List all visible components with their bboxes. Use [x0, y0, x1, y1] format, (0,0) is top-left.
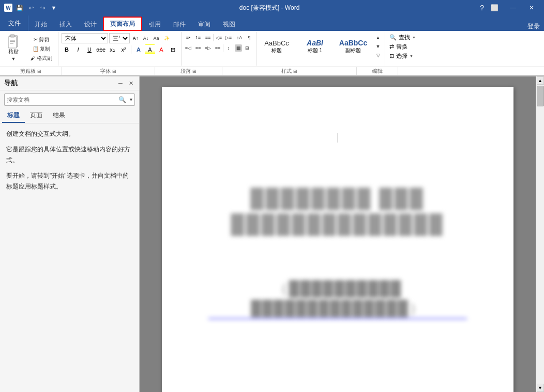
sort-btn[interactable]: ↕A — [235, 33, 244, 42]
highlight-btn[interactable]: A — [145, 44, 155, 55]
v-scroll-thumb — [537, 86, 544, 106]
ribbon-tab-bar: 文件 开始 插入 设计 页面布局 引用 邮件 审阅 视图 登录 — [0, 15, 544, 31]
styles-up-btn[interactable]: ▲ — [373, 33, 383, 42]
font-divider — [131, 45, 131, 54]
select-btn[interactable]: ⊡ 选择 ▼ — [387, 52, 418, 60]
borders-btn[interactable]: ⊞ — [243, 43, 252, 53]
justify-btn[interactable]: ≡≡ — [213, 43, 222, 53]
svg-rect-3 — [10, 40, 15, 41]
nav-tab-results[interactable]: 结果 — [48, 109, 70, 123]
nav-search-icon[interactable]: 🔍 — [116, 94, 128, 105]
multilevel-list-btn[interactable]: ≡≡ — [203, 33, 213, 42]
close-btn[interactable]: ✕ — [523, 3, 540, 13]
paste-dropdown-arrow[interactable]: ▼ — [11, 56, 16, 61]
replace-btn[interactable]: ⇄ 替换 — [387, 42, 418, 51]
nav-tab-headings[interactable]: 标题 — [2, 109, 25, 123]
font-name-selector[interactable]: 宋体 — [62, 33, 108, 43]
login-btn[interactable]: 登录 — [527, 22, 540, 31]
tab-file[interactable]: 文件 — [1, 15, 28, 31]
font-more-btn[interactable]: ⊞ — [168, 44, 178, 55]
save-quick-btn[interactable]: 💾 — [14, 3, 25, 13]
editing-label: 编辑 — [357, 67, 398, 75]
ribbon: 文件 开始 插入 设计 页面布局 引用 邮件 审阅 视图 登录 — [0, 15, 544, 76]
cursor-area — [208, 133, 467, 144]
text-effects-btn[interactable]: A — [133, 44, 144, 55]
v-scroll-track[interactable] — [536, 85, 544, 384]
ribbon-labels: 剪贴板 ⊞ 字体 ⊞ 段落 ⊞ 样式 ⊞ 编辑 — [0, 67, 544, 75]
font-color-btn[interactable]: A — [156, 44, 167, 55]
paste-label: 粘贴 — [8, 48, 19, 55]
tab-home[interactable]: 开始 — [28, 18, 53, 31]
cut-btn[interactable]: ✂ 剪切 — [27, 36, 56, 44]
window-title: doc [兼容模式] - Word — [59, 4, 480, 12]
align-left-btn[interactable]: ≡◁ — [184, 43, 193, 53]
tab-view[interactable]: 视图 — [217, 18, 241, 31]
styles-more-btn[interactable]: ▽ — [373, 51, 383, 60]
shading-btn[interactable]: ▦ — [235, 44, 242, 52]
align-right-btn[interactable]: ≡▷ — [203, 43, 213, 53]
svg-rect-4 — [10, 41, 15, 42]
nav-content: 创建文档的交互式大纲。 它是跟踪您的具体位置或快速移动内容的好方式。 要开始，请… — [0, 123, 139, 202]
minimize-btn[interactable]: — — [505, 3, 521, 13]
clipboard-group: 粘贴 ▼ ✂ 剪切 📋 复制 🖌 格式刷 — [0, 32, 58, 66]
align-center-btn[interactable]: ≡≡ — [193, 43, 203, 53]
window-controls: ? ⬜ — ✕ — [480, 3, 540, 13]
scroll-down-btn[interactable]: ▼ — [537, 384, 544, 392]
tab-review[interactable]: 审阅 — [192, 18, 217, 31]
italic-btn[interactable]: I — [73, 44, 83, 55]
redo-btn[interactable]: ↪ — [37, 3, 48, 13]
decrease-indent-btn[interactable]: ◁≡ — [214, 33, 223, 42]
style-normal[interactable]: AaBbCc 标题 — [259, 33, 295, 60]
increase-indent-btn[interactable]: ▷≡ — [224, 33, 233, 42]
bullets-btn[interactable]: ≡• — [184, 33, 193, 42]
change-case-btn[interactable]: Aa — [152, 34, 161, 43]
format-painter-btn[interactable]: 🖌 格式刷 — [27, 54, 56, 62]
style-normal-preview: AaBbCc — [264, 39, 289, 47]
quick-access-dropdown[interactable]: ▼ — [49, 3, 59, 13]
tab-insert[interactable]: 插入 — [53, 18, 78, 31]
search-icon: 🔍 — [389, 34, 397, 41]
tab-design[interactable]: 设计 — [78, 18, 103, 31]
find-btn[interactable]: 🔍 查找 ▼ — [387, 33, 418, 42]
paste-btn[interactable]: 粘贴 — [2, 33, 25, 56]
nav-search-dropdown[interactable]: ▼ — [128, 97, 134, 102]
style-subtitle[interactable]: AaBbCc 副标题 — [335, 33, 371, 60]
help-btn[interactable]: ? — [480, 4, 484, 12]
tab-references[interactable]: 引用 — [142, 18, 167, 31]
font-row1: 宋体 三号 A↑ A↓ Aa ✨ — [62, 33, 178, 43]
styles-label: 样式 ⊞ — [222, 67, 357, 75]
tab-page-layout[interactable]: 页面布局 — [103, 17, 142, 31]
document-page: ████████ ███ ██████████████ （██████████ … — [162, 87, 513, 392]
para-divider4 — [234, 44, 234, 52]
nav-search-input[interactable] — [5, 95, 116, 104]
main-layout: 导航 ─ ✕ 🔍 ▼ 标题 页面 结果 创建文档的交互式大纲。 它是跟踪您的具体… — [0, 76, 544, 392]
style-heading1[interactable]: AaBl 标题 1 — [297, 33, 333, 60]
superscript-btn[interactable]: x² — [118, 44, 129, 55]
replace-label: 替换 — [396, 43, 407, 51]
nav-header: 导航 ─ ✕ — [0, 76, 139, 90]
restore-btn[interactable]: ⬜ — [486, 3, 503, 13]
nav-tab-pages[interactable]: 页面 — [25, 109, 48, 123]
nav-pin-btn[interactable]: ─ — [116, 79, 125, 87]
styles-down-btn[interactable]: ▼ — [373, 42, 383, 51]
clear-formatting-btn[interactable]: ✨ — [162, 34, 171, 43]
copy-btn[interactable]: 📋 复制 — [27, 45, 56, 53]
scroll-up-btn[interactable]: ▲ — [537, 76, 544, 85]
font-size-increase-btn[interactable]: A↑ — [131, 34, 140, 43]
line-spacing-btn[interactable]: ↕ — [224, 43, 233, 53]
nav-search-box: 🔍 ▼ — [4, 93, 135, 106]
underline-btn[interactable]: U — [84, 44, 95, 55]
para-divider1 — [213, 34, 214, 41]
font-size-decrease-btn[interactable]: A↓ — [141, 34, 150, 43]
document-area[interactable]: ████████ ███ ██████████████ （██████████ … — [140, 76, 544, 392]
font-size-selector[interactable]: 三号 — [109, 33, 130, 43]
tab-mailings[interactable]: 邮件 — [167, 18, 192, 31]
bold-btn[interactable]: B — [62, 44, 72, 55]
show-para-btn[interactable]: ¶ — [245, 33, 254, 42]
nav-close-btn[interactable]: ✕ — [127, 79, 135, 87]
strikethrough-btn[interactable]: abc — [96, 44, 106, 55]
styles-row: AaBbCc 标题 AaBl 标题 1 AaBbCc 副标题 ▲ ▼ ▽ — [259, 33, 383, 60]
subscript-btn[interactable]: x₂ — [107, 44, 117, 55]
numbering-btn[interactable]: 1≡ — [193, 33, 203, 42]
undo-btn[interactable]: ↩ — [26, 3, 36, 13]
